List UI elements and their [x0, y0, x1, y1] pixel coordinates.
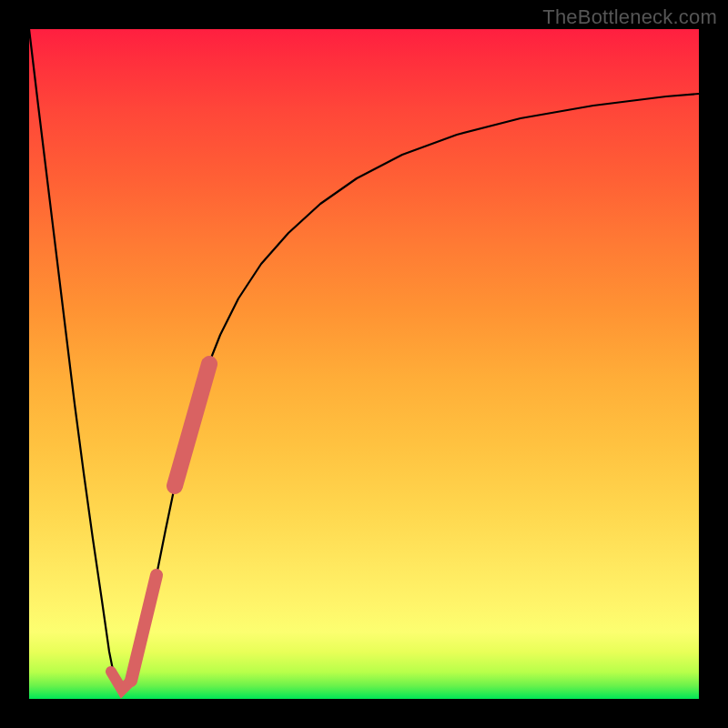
plot-area [29, 29, 699, 699]
bottleneck-curve [29, 29, 699, 690]
accent-lower [131, 575, 157, 681]
accent-upper [175, 364, 209, 486]
chart-frame: TheBottleneck.com [0, 0, 728, 728]
watermark-text: TheBottleneck.com [542, 5, 717, 29]
curve-svg [29, 29, 699, 699]
